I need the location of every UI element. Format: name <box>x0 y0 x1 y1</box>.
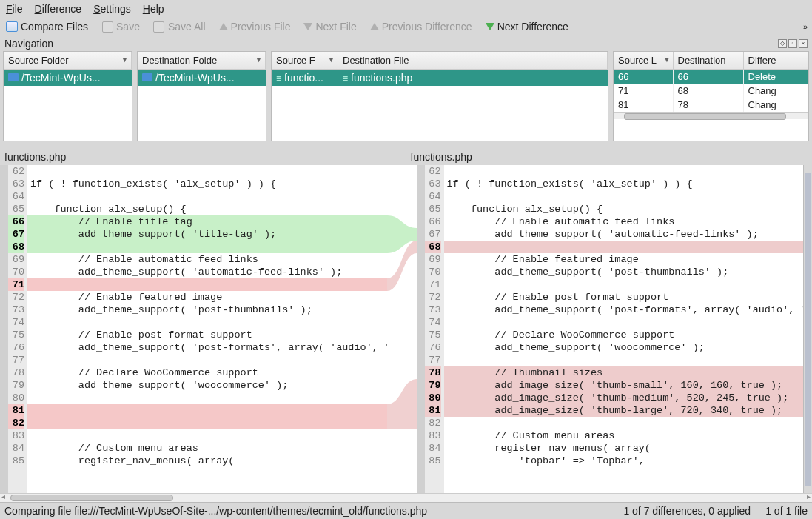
next-difference-label: Next Difference <box>497 21 568 33</box>
file-icon <box>276 72 281 84</box>
diff-table-row[interactable]: 7168Chang <box>614 84 808 98</box>
source-line-header[interactable]: Source L▼ <box>614 52 673 70</box>
destination-folder-column: Destination Folde▼ /TecMint-WpUs... <box>137 51 266 141</box>
file-columns: Source F▼ Destination File functio... fu… <box>271 51 608 141</box>
left-code-lines[interactable]: if ( ! function_exists( 'alx_setup' ) ) … <box>27 165 387 493</box>
source-folder-column: Source Folder▼ /TecMint-WpUs... <box>3 51 132 141</box>
save-all-icon <box>153 21 165 33</box>
code-pane-headers: functions.php functions.php <box>0 149 812 165</box>
sort-arrow-icon: ▼ <box>255 56 262 64</box>
right-code-lines[interactable]: if ( ! function_exists( 'alx_setup' ) ) … <box>444 165 804 493</box>
sort-arrow-icon: ▼ <box>664 56 671 64</box>
save-button: Save <box>101 21 140 33</box>
previous-difference-label: Previous Difference <box>382 21 472 33</box>
previous-file-button: Previous File <box>219 21 291 33</box>
destination-line-header[interactable]: Destination <box>673 52 743 70</box>
menu-difference[interactable]: Difference <box>35 3 82 15</box>
destination-folder-item[interactable]: /TecMint-WpUs... <box>138 70 266 86</box>
save-label: Save <box>116 21 140 33</box>
toolbar: Compare Files Save Save All Previous Fil… <box>0 18 812 36</box>
menu-file[interactable]: File <box>6 3 23 15</box>
diff-table-row[interactable]: 8178Chang <box>614 98 808 112</box>
difference-type-header[interactable]: Differe <box>743 52 808 70</box>
previous-file-label: Previous File <box>231 21 291 33</box>
sort-arrow-icon: ▼ <box>328 56 335 64</box>
folder-icon <box>8 72 19 84</box>
navigation-panel: Source Folder▼ /TecMint-WpUs... Destinat… <box>0 51 812 144</box>
file-row[interactable]: functio... functions.php <box>272 70 608 86</box>
folder-icon <box>142 72 152 84</box>
arrow-down-icon <box>303 23 312 30</box>
status-file-count: 1 of 1 file <box>765 505 808 517</box>
next-file-button: Next File <box>303 21 356 33</box>
source-folder-item[interactable]: /TecMint-WpUs... <box>4 70 132 86</box>
arrow-up-icon <box>370 23 379 30</box>
status-main-text: Comparing file file:///TecMint-WpUseOf-S… <box>4 505 608 517</box>
code-comparison-area: 6263646566676869707172737475767778798081… <box>0 165 812 493</box>
file-icon <box>343 72 348 84</box>
destination-file-header[interactable]: Destination File <box>338 52 608 69</box>
compare-files-label: Compare Files <box>21 21 88 33</box>
previous-difference-button: Previous Difference <box>370 21 472 33</box>
code-horizontal-scrollbar[interactable] <box>0 493 812 502</box>
save-all-label: Save All <box>168 21 206 33</box>
save-icon <box>101 21 113 33</box>
diff-overview-gutter[interactable] <box>417 165 425 493</box>
menubar: File Difference Settings Help <box>0 0 812 18</box>
destination-folder-header[interactable]: Destination Folde▼ <box>138 52 266 69</box>
statusbar: Comparing file file:///TecMint-WpUseOf-S… <box>0 502 812 519</box>
right-code-pane[interactable]: 6263646566676869707172737475767778798081… <box>417 165 804 493</box>
source-folder-header[interactable]: Source Folder▼ <box>4 52 132 69</box>
menu-help[interactable]: Help <box>143 3 164 15</box>
status-diff-count: 1 of 7 differences, 0 applied <box>623 505 751 517</box>
sort-arrow-icon: ▼ <box>121 56 128 64</box>
panel-close-icon[interactable]: × <box>799 39 808 48</box>
next-difference-button[interactable]: Next Difference <box>486 21 568 33</box>
toolbar-overflow-icon[interactable]: » <box>803 22 808 31</box>
horizontal-scrollbar[interactable] <box>614 112 808 119</box>
differences-table: Source L▼ Destination Differe 6666Delete… <box>614 52 808 112</box>
right-file-title: functions.php <box>406 149 813 165</box>
panel-window-icons: ◇ ▫ × <box>778 39 808 48</box>
differences-column: Source L▼ Destination Differe 6666Delete… <box>613 51 809 141</box>
compare-icon <box>6 21 18 33</box>
compare-files-button[interactable]: Compare Files <box>6 21 88 33</box>
right-line-numbers: 6263646566676869707172737475767778798081… <box>425 165 444 493</box>
arrow-down-green-icon <box>486 23 494 30</box>
navigation-label: Navigation <box>4 38 53 50</box>
panel-restore-icon[interactable]: ▫ <box>788 39 797 48</box>
source-file-header[interactable]: Source F▼ <box>272 52 338 69</box>
panel-detach-icon[interactable]: ◇ <box>778 39 787 48</box>
left-file-title: functions.php <box>0 149 406 165</box>
vertical-scrollbar[interactable] <box>803 165 812 493</box>
next-file-label: Next File <box>315 21 356 33</box>
left-code-pane[interactable]: 6263646566676869707172737475767778798081… <box>0 165 387 493</box>
menu-settings[interactable]: Settings <box>93 3 131 15</box>
save-all-button: Save All <box>153 21 206 33</box>
arrow-up-icon <box>219 23 228 30</box>
diff-connector <box>387 165 417 493</box>
diff-table-row[interactable]: 6666Delete <box>614 70 808 84</box>
diff-overview-gutter[interactable] <box>0 165 8 493</box>
left-line-numbers: 6263646566676869707172737475767778798081… <box>8 165 27 493</box>
navigation-panel-header: Navigation ◇ ▫ × <box>0 36 812 51</box>
